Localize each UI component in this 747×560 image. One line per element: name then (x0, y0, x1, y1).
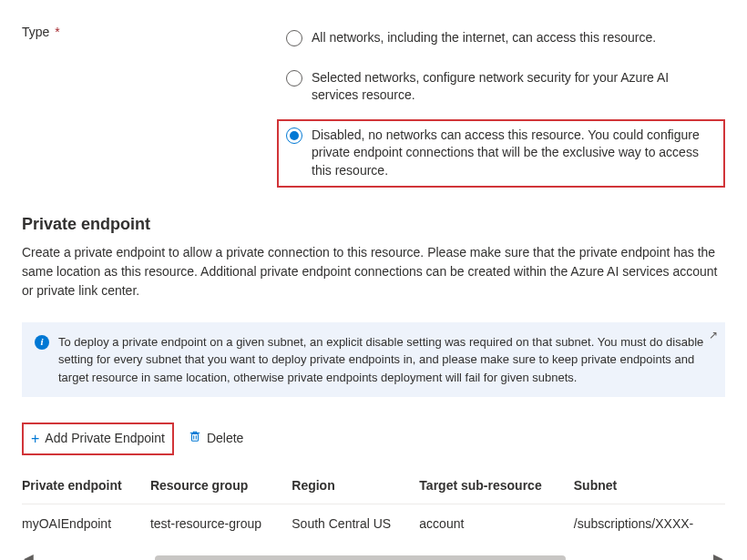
command-bar: + Add Private Endpoint Delete (22, 423, 725, 455)
radio-disabled[interactable]: Disabled, no networks can access this re… (277, 119, 725, 188)
cell-subnet: /subscriptions/XXXX- (574, 504, 725, 545)
col-target-sub-resource[interactable]: Target sub-resource (419, 468, 573, 504)
radio-circle-icon (286, 30, 302, 46)
table-row[interactable]: myOAIEndpoint test-resource-group South … (22, 504, 725, 545)
scroll-right-icon[interactable]: ▶ (711, 550, 725, 560)
svg-rect-0 (191, 434, 198, 442)
scroll-thumb[interactable] (155, 555, 565, 560)
endpoints-table-wrap: Private endpoint Resource group Region T… (22, 468, 725, 545)
info-text: To deploy a private endpoint on a given … (58, 333, 712, 387)
radio-selected-networks-label: Selected networks, configure network sec… (312, 69, 716, 105)
type-label-text: Type (22, 25, 49, 39)
scroll-left-icon[interactable]: ◀ (22, 550, 36, 560)
col-region[interactable]: Region (292, 468, 419, 504)
plus-icon: + (31, 432, 39, 446)
col-subnet[interactable]: Subnet (574, 468, 725, 504)
type-field-row: Type * All networks, including the inter… (22, 22, 725, 188)
private-endpoint-description: Create a private endpoint to allow a pri… (22, 243, 725, 300)
radio-all-networks[interactable]: All networks, including the internet, ca… (277, 22, 725, 55)
delete-button[interactable]: Delete (181, 424, 251, 453)
endpoints-table: Private endpoint Resource group Region T… (22, 468, 725, 545)
radio-disabled-label: Disabled, no networks can access this re… (312, 127, 716, 180)
cell-endpoint: myOAIEndpoint (22, 504, 150, 545)
type-label: Type * (22, 22, 277, 42)
scroll-track[interactable] (43, 555, 704, 560)
add-private-endpoint-label: Add Private Endpoint (45, 430, 165, 448)
info-box: i To deploy a private endpoint on a give… (22, 322, 725, 398)
required-asterisk: * (55, 25, 59, 39)
cell-region: South Central US (292, 504, 419, 545)
add-private-endpoint-button[interactable]: + Add Private Endpoint (22, 423, 174, 455)
col-resource-group[interactable]: Resource group (150, 468, 292, 504)
trash-icon (189, 430, 201, 448)
cell-resource-group: test-resource-group (150, 504, 292, 545)
horizontal-scrollbar[interactable]: ◀ ▶ (22, 550, 725, 560)
radio-all-networks-label: All networks, including the internet, ca… (312, 29, 716, 47)
radio-selected-networks[interactable]: Selected networks, configure network sec… (277, 62, 725, 112)
table-header-row: Private endpoint Resource group Region T… (22, 468, 725, 504)
radio-circle-checked-icon (286, 127, 302, 144)
popout-icon[interactable]: ↗ (709, 328, 718, 343)
type-radio-group: All networks, including the internet, ca… (277, 22, 725, 188)
private-endpoint-heading: Private endpoint (22, 213, 725, 236)
col-private-endpoint[interactable]: Private endpoint (22, 468, 150, 504)
radio-circle-icon (286, 70, 302, 87)
delete-label: Delete (207, 430, 243, 448)
info-icon: i (35, 335, 49, 350)
cell-target: account (419, 504, 573, 545)
